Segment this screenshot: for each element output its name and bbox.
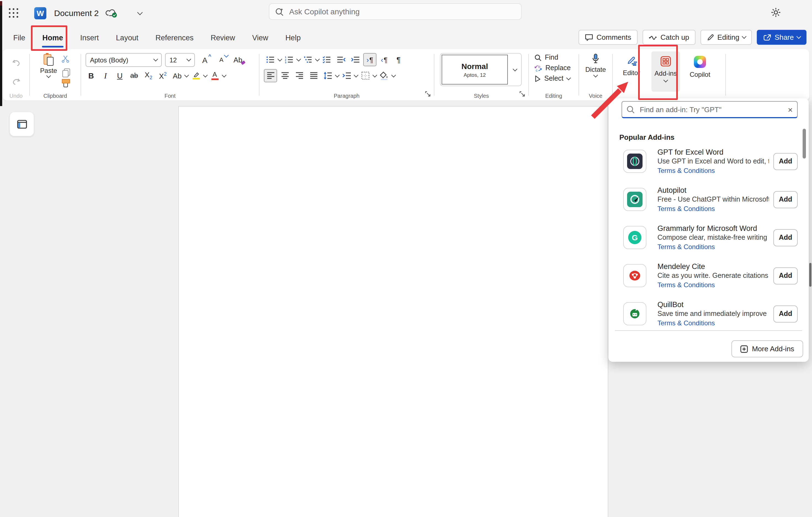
grow-font-button[interactable]: A^ xyxy=(198,53,211,66)
add-button[interactable]: Add xyxy=(773,229,798,246)
editing-mode-button[interactable]: Editing xyxy=(700,30,752,45)
tab-layout[interactable]: Layout xyxy=(115,31,139,44)
addins-button[interactable]: Add-ins xyxy=(651,51,680,92)
app-launcher-icon[interactable] xyxy=(9,8,19,18)
addin-search-input[interactable] xyxy=(639,105,788,114)
style-normal-card[interactable]: Normal Aptos, 12 xyxy=(442,55,508,84)
copy-button[interactable] xyxy=(62,69,70,76)
navigation-pane-toggle-button[interactable] xyxy=(9,112,34,136)
right-to-left-paragraph-button[interactable]: ‹¶ xyxy=(378,53,391,66)
tab-references[interactable]: References xyxy=(154,31,195,44)
add-button[interactable]: Add xyxy=(773,267,798,284)
comments-button[interactable]: Comments xyxy=(578,30,637,45)
clear-formatting-button[interactable]: Ab xyxy=(231,53,244,66)
bold-button[interactable]: B xyxy=(84,69,98,82)
align-left-button[interactable] xyxy=(264,69,277,82)
font-family-select[interactable]: Aptos (Body) xyxy=(86,53,162,67)
editor-button[interactable]: Editor xyxy=(617,51,646,101)
numbered-list-button[interactable]: 1 2 3 xyxy=(283,53,296,66)
save-status-icon[interactable] xyxy=(106,8,118,18)
select-button[interactable]: Select xyxy=(534,75,579,82)
terms-and-conditions-link[interactable]: Terms & Conditions xyxy=(658,205,769,213)
highlight-color-chevron-icon[interactable] xyxy=(203,73,208,77)
numbered-list-chevron-icon[interactable] xyxy=(296,57,301,61)
left-to-right-paragraph-button[interactable]: ›¶ xyxy=(363,53,376,66)
font-color-chevron-icon[interactable] xyxy=(222,73,227,77)
italic-button[interactable]: I xyxy=(99,69,112,82)
settings-gear-icon[interactable] xyxy=(771,7,781,20)
document-title-chevron-icon[interactable] xyxy=(137,9,143,15)
addin-row-autopilot[interactable]: Autopilot Free - Use ChatGPT within Micr… xyxy=(623,183,798,216)
subscript-button[interactable]: X2 xyxy=(142,69,155,82)
paragraph-dialog-launcher-icon[interactable] xyxy=(425,89,431,99)
highlight-color-button[interactable] xyxy=(189,69,203,82)
more-addins-button[interactable]: More Add-ins xyxy=(731,340,803,357)
underline-button[interactable]: U xyxy=(113,69,126,82)
borders-button[interactable] xyxy=(359,69,372,82)
shrink-font-button[interactable]: A xyxy=(215,53,228,66)
catch-up-button[interactable]: Catch up xyxy=(642,30,695,45)
change-case-chevron-icon[interactable] xyxy=(184,73,189,77)
find-button[interactable]: Find xyxy=(534,54,579,61)
font-size-select[interactable]: 12 xyxy=(165,53,195,67)
paragraph-spacing-button[interactable] xyxy=(340,69,353,82)
document-page[interactable] xyxy=(178,106,608,517)
decrease-indent-button[interactable] xyxy=(335,53,348,66)
align-right-button[interactable] xyxy=(293,69,306,82)
tab-file[interactable]: File xyxy=(12,31,27,44)
addin-search-box[interactable]: × xyxy=(621,101,798,118)
clear-search-icon[interactable]: × xyxy=(788,105,793,113)
font-color-button[interactable]: A xyxy=(208,69,221,82)
replace-button[interactable]: b c Replace xyxy=(534,64,579,72)
dictate-button[interactable]: Dictate xyxy=(585,54,606,77)
word-logo[interactable]: W xyxy=(34,7,47,19)
show-paragraph-marks-button[interactable]: ¶ xyxy=(392,53,405,66)
format-painter-button[interactable] xyxy=(62,79,70,87)
terms-and-conditions-link[interactable]: Terms & Conditions xyxy=(658,166,769,175)
bullet-list-chevron-icon[interactable] xyxy=(278,57,282,61)
styles-dialog-launcher-icon[interactable] xyxy=(519,89,525,99)
terms-and-conditions-link[interactable]: Terms & Conditions xyxy=(658,280,769,290)
shading-chevron-icon[interactable] xyxy=(392,73,396,77)
add-button[interactable]: Add xyxy=(773,153,798,170)
share-button[interactable]: Share xyxy=(757,30,807,45)
document-title[interactable]: Document 2 xyxy=(54,8,99,18)
bullet-list-button[interactable] xyxy=(264,53,277,66)
change-case-button[interactable]: Ab xyxy=(171,69,184,82)
justify-button[interactable] xyxy=(307,69,320,82)
copilot-search-bar[interactable] xyxy=(269,3,522,20)
addin-row-quillbot[interactable]: QuillBot Save time and immediately impro… xyxy=(623,297,798,330)
superscript-button[interactable]: X2 xyxy=(156,69,170,82)
styles-chevron-icon[interactable] xyxy=(513,66,518,71)
copilot-button[interactable]: Copilot xyxy=(686,51,714,101)
strikethrough-button[interactable]: ab xyxy=(127,69,141,82)
window-scrollbar-thumb[interactable] xyxy=(809,263,811,287)
tab-home[interactable]: Home xyxy=(41,31,64,44)
line-spacing-chevron-icon[interactable] xyxy=(335,73,340,77)
tab-view[interactable]: View xyxy=(251,31,269,44)
tab-help[interactable]: Help xyxy=(284,31,302,44)
borders-chevron-icon[interactable] xyxy=(373,73,377,77)
tab-insert[interactable]: Insert xyxy=(79,31,100,44)
terms-and-conditions-link[interactable]: Terms & Conditions xyxy=(658,243,769,251)
shading-button[interactable] xyxy=(378,69,391,82)
align-center-button[interactable] xyxy=(278,69,291,82)
style-gallery[interactable]: Normal Aptos, 12 xyxy=(440,53,522,86)
multilevel-list-chevron-icon[interactable] xyxy=(315,57,320,61)
copilot-search-input[interactable] xyxy=(288,7,516,17)
line-spacing-button[interactable] xyxy=(321,69,335,82)
panel-scrollbar-thumb[interactable] xyxy=(803,129,806,159)
cut-button[interactable] xyxy=(62,55,70,65)
addin-row-gpt-for-excel-word[interactable]: GPT for Excel Word Use GPT in Excel and … xyxy=(623,145,798,178)
paste-button[interactable]: Paste xyxy=(40,54,57,87)
add-button[interactable]: Add xyxy=(773,305,798,322)
tab-review[interactable]: Review xyxy=(209,31,236,44)
multilevel-list-button[interactable] xyxy=(301,53,315,66)
addin-row-grammarly[interactable]: G Grammarly for Microsoft Word Compose c… xyxy=(623,221,798,254)
add-button[interactable]: Add xyxy=(773,191,798,208)
undo-button[interactable] xyxy=(9,56,23,69)
terms-and-conditions-link[interactable]: Terms & Conditions xyxy=(658,319,769,328)
redo-button[interactable] xyxy=(9,75,23,88)
checklist-button[interactable] xyxy=(320,53,334,66)
paragraph-spacing-chevron-icon[interactable] xyxy=(354,73,358,77)
